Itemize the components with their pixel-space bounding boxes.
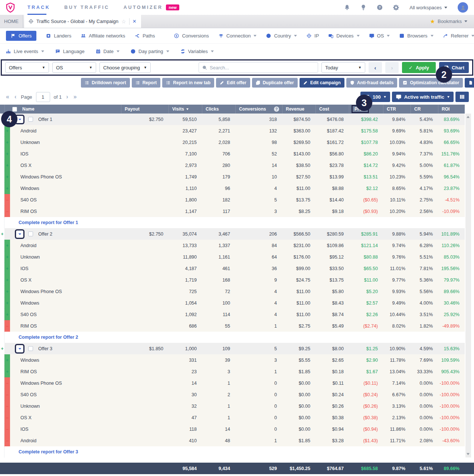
column-header-clicks[interactable]: Clicks xyxy=(202,105,235,114)
visits-cell: 35,074 xyxy=(169,228,202,240)
next-page-button[interactable]: › xyxy=(65,93,69,100)
filter-tab-browsers[interactable]: Browsers xyxy=(399,33,433,39)
apply-button[interactable]: ✓Apply xyxy=(402,62,436,73)
ctr-cell: 9.94% xyxy=(383,148,411,160)
user-avatar[interactable] xyxy=(458,2,468,13)
filter-tab-live-events[interactable]: Live events xyxy=(6,49,44,54)
filter-tab-landers[interactable]: Landers xyxy=(46,33,71,39)
visits-cell: 47 xyxy=(169,412,202,423)
date-range-select[interactable]: Today▼ xyxy=(321,62,365,73)
filter-tab-language[interactable]: Language xyxy=(55,49,85,54)
filter-tab-paths[interactable]: Paths xyxy=(135,33,155,39)
os-name-cell: –RIM OS xyxy=(4,206,121,217)
page-number-input[interactable] xyxy=(36,92,50,102)
filter-tab-devices[interactable]: Devices xyxy=(328,33,359,39)
tab-campaign-report[interactable]: Traffic Source - Global - My Campaign ☆ … xyxy=(24,15,141,28)
os-name-cell: +Windows Phone OS xyxy=(4,286,121,297)
column-header-cost[interactable]: Cost xyxy=(316,105,349,114)
roi-cell: 93.69% xyxy=(438,125,465,137)
workspaces-dropdown[interactable]: All workspaces xyxy=(409,5,447,10)
filter-tab-connection[interactable]: Connection xyxy=(219,33,257,39)
filter-tab-variables[interactable]: Variables xyxy=(180,49,214,54)
cr-cell: 6.28% xyxy=(411,240,438,251)
filter-tab-ip[interactable]: IP xyxy=(307,33,319,39)
column-header-cr[interactable]: CR xyxy=(411,105,438,114)
help-icon[interactable]: ? xyxy=(377,4,383,10)
settings-gear-icon[interactable] xyxy=(393,4,399,10)
report-button[interactable]: Report xyxy=(132,78,161,88)
filter-tab-date[interactable]: Date xyxy=(96,49,120,54)
nav-automizer[interactable]: AUTOMIZER xyxy=(124,0,163,15)
expand-offer-button[interactable] xyxy=(16,345,23,352)
search-input[interactable] xyxy=(210,65,314,70)
trend-strip: – xyxy=(4,435,10,446)
optimization-calculator-button[interactable]: Optimization calculator xyxy=(399,78,463,88)
scroll-up-icon[interactable] xyxy=(467,116,470,118)
filter-tab-affiliate-networks[interactable]: Affiliate networks xyxy=(81,33,125,39)
nav-track[interactable]: TRACK xyxy=(27,0,50,15)
column-header-ctr[interactable]: CTR xyxy=(383,105,411,114)
clicks-cell: 114 xyxy=(202,309,235,320)
visits-cell: 1,092 xyxy=(169,309,202,320)
close-tab-icon[interactable]: ✕ xyxy=(133,19,137,24)
tab-home[interactable]: HOME xyxy=(0,15,23,28)
anti-fraud-details-button[interactable]: Anti-fraud details xyxy=(346,78,398,88)
os-name-cell: +IOS xyxy=(4,148,121,160)
last-page-button[interactable]: » xyxy=(73,93,78,100)
vertical-scrollbar[interactable] xyxy=(465,114,471,457)
complete-report-link[interactable]: Complete report for Offer 1 xyxy=(19,217,78,228)
column-header-name[interactable]: Name xyxy=(4,105,121,114)
previous-page-button[interactable]: ‹ xyxy=(14,93,17,100)
payout-cell xyxy=(121,354,169,366)
filter-tab-os[interactable]: OS xyxy=(369,33,390,39)
tree-guide xyxy=(0,332,4,343)
export-button[interactable]: Export xyxy=(465,78,474,88)
complete-report-link[interactable]: Complete report for Offer 2 xyxy=(19,332,78,343)
column-header-payout[interactable]: Payout xyxy=(121,105,169,114)
duplicate-offer-button[interactable]: Duplicate offer xyxy=(252,78,298,88)
filter-tab-day-parting[interactable]: Day parting xyxy=(131,49,169,54)
columns-button[interactable] xyxy=(455,92,469,102)
report-in-new-tab-button[interactable]: Report in new tab xyxy=(162,78,214,88)
filter-tab-offers[interactable]: Offers xyxy=(6,31,36,41)
grouping-select-3[interactable]: Choose grouping▼ xyxy=(99,62,151,73)
next-period-button[interactable]: › xyxy=(385,62,399,73)
row-checkbox[interactable] xyxy=(28,117,33,122)
clicks-cell: 1,161 xyxy=(202,251,235,263)
bookmarks-dropdown[interactable]: ★ Bookmarks xyxy=(430,15,474,28)
edit-campaign-button[interactable]: Edit campaign xyxy=(300,78,344,88)
help-circle-icon[interactable]: ? xyxy=(274,106,279,112)
secondary-filter-row: Live eventsLanguageDateDay partingVariab… xyxy=(0,44,474,59)
complete-report-link[interactable]: Complete report for Offer 3 xyxy=(19,446,78,457)
column-header-visits[interactable]: Visits xyxy=(169,105,202,114)
voluum-logo-icon[interactable] xyxy=(6,3,15,13)
annotation-badge-2: 2 xyxy=(436,66,452,83)
drilldown-report-button[interactable]: Drilldown report xyxy=(81,78,130,88)
scroll-down-icon[interactable] xyxy=(467,453,470,455)
tree-guide xyxy=(0,389,4,400)
column-header-conversions[interactable]: Conversions? xyxy=(235,105,282,114)
row-checkbox[interactable] xyxy=(28,232,33,236)
favorite-star-icon[interactable]: ☆ xyxy=(121,19,126,24)
trend-strip: – xyxy=(4,412,10,423)
select-all-checkbox[interactable] xyxy=(12,107,17,112)
traffic-filter-button[interactable]: Active with traffic xyxy=(392,92,454,102)
filter-tab-referrer[interactable]: Referrer xyxy=(443,33,474,39)
row-checkbox[interactable] xyxy=(28,346,33,351)
first-page-button[interactable]: « xyxy=(5,93,10,100)
clicks-cell: 1,337 xyxy=(202,240,235,251)
grouping-select-2[interactable]: OS▼ xyxy=(52,62,96,73)
filter-tab-country[interactable]: Country xyxy=(266,33,297,39)
previous-period-button[interactable]: ‹ xyxy=(369,62,382,73)
people-icon xyxy=(81,33,86,38)
footer-payout xyxy=(121,463,169,474)
notifications-bell-icon[interactable] xyxy=(344,4,350,10)
expand-offer-button[interactable] xyxy=(16,230,23,238)
column-header-roi[interactable]: ROI xyxy=(438,105,465,114)
filter-tab-conversions[interactable]: $Conversions xyxy=(174,33,209,39)
edit-offer-button[interactable]: Edit offer xyxy=(216,78,250,88)
column-header-revenue[interactable]: Revenue xyxy=(282,105,316,114)
grouping-select-1[interactable]: Offers▼ xyxy=(5,62,49,73)
nav-buy-traffic[interactable]: BUY TRAFFIC xyxy=(64,0,109,15)
tips-bulb-icon[interactable] xyxy=(360,4,366,10)
